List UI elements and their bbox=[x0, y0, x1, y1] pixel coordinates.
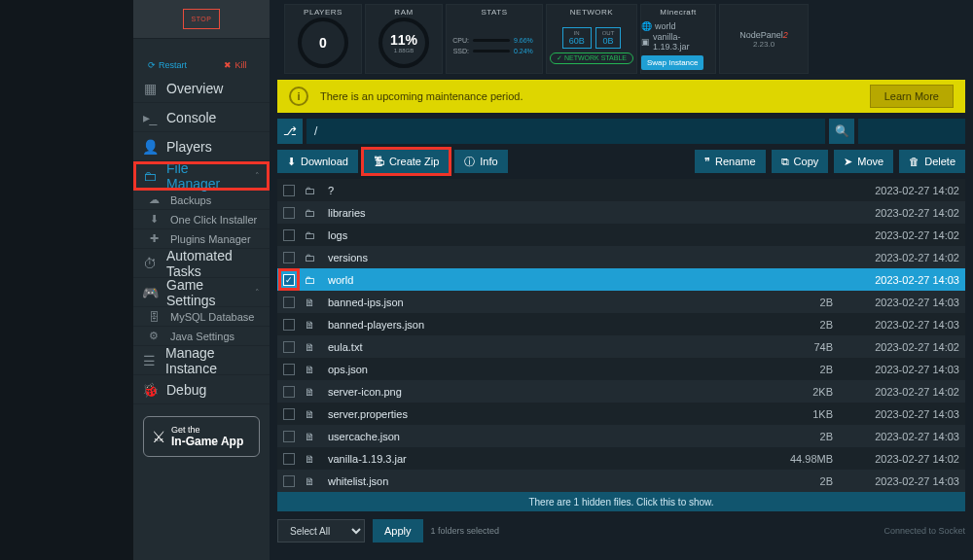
chevron-up-icon: ˄ bbox=[255, 171, 260, 181]
checkbox[interactable] bbox=[283, 207, 295, 219]
file-name: eula.txt bbox=[328, 341, 755, 353]
terminal-icon: ▸_ bbox=[143, 110, 157, 125]
download-button[interactable]: ⬇Download bbox=[277, 150, 358, 173]
folder-icon: 🗀 bbox=[305, 185, 318, 196]
nav-debug[interactable]: 🐞 Debug bbox=[133, 375, 270, 404]
nav-players[interactable]: 👤 Players bbox=[133, 132, 270, 161]
file-row[interactable]: 🗎server-icon.png2KB2023-02-27 14:02 bbox=[277, 380, 965, 402]
nav-automated[interactable]: ⏱ Automated Tasks bbox=[133, 249, 270, 278]
nav-overview[interactable]: ▦ Overview bbox=[133, 74, 270, 103]
header-stats-row: PLAYERS 0 RAM 11%1.88GB STATS CPU:9.66% … bbox=[270, 0, 973, 74]
file-size: 2KB bbox=[765, 386, 833, 398]
checkbox[interactable] bbox=[283, 319, 295, 331]
file-name: logs bbox=[328, 229, 755, 241]
globe-icon: 🌐 bbox=[641, 21, 652, 31]
info-button[interactable]: ⓘInfo bbox=[454, 150, 507, 173]
checkbox[interactable]: ✓ bbox=[283, 274, 295, 286]
checkbox[interactable] bbox=[283, 408, 295, 420]
gamepad-icon: 🎮 bbox=[143, 285, 157, 300]
kill-button[interactable]: ✖ Kill bbox=[201, 56, 270, 74]
file-date: 2023-02-27 14:02 bbox=[843, 185, 959, 196]
file-row[interactable]: ✓🗀world2023-02-27 14:03 bbox=[277, 268, 965, 291]
nav-mysql[interactable]: 🗄 MySQL Database bbox=[133, 307, 270, 327]
nav-plugins[interactable]: ✚ Plugins Manager bbox=[133, 229, 270, 249]
sidebar: STOP ⟳ Restart ✖ Kill ▦ Overview ▸_ Cons… bbox=[133, 0, 270, 560]
file-icon: 🗎 bbox=[305, 408, 318, 420]
delete-button[interactable]: 🗑Delete bbox=[899, 150, 965, 173]
file-name: versions bbox=[328, 252, 755, 263]
nav-manage-instance[interactable]: ☰ Manage Instance bbox=[133, 346, 270, 375]
file-row[interactable]: 🗎usercache.json2B2023-02-27 14:03 bbox=[277, 425, 965, 447]
file-size: 2B bbox=[765, 431, 833, 442]
rename-button[interactable]: ❞Rename bbox=[695, 150, 766, 173]
path-home-button[interactable]: ⎇ bbox=[277, 119, 303, 144]
stop-button[interactable]: STOP bbox=[183, 9, 221, 29]
file-row[interactable]: 🗀logs2023-02-27 14:02 bbox=[277, 224, 965, 246]
refresh-icon: ⟳ bbox=[148, 60, 156, 70]
create-zip-button[interactable]: 🗜Create Zip bbox=[364, 150, 449, 173]
file-row[interactable]: 🗎banned-ips.json2B2023-02-27 14:03 bbox=[277, 291, 965, 313]
learn-more-button[interactable]: Learn More bbox=[870, 85, 954, 108]
folder-icon: 🗀 bbox=[305, 207, 318, 219]
in-game-app-button[interactable]: ⚔ Get theIn-Game App bbox=[143, 416, 260, 457]
file-row[interactable]: 🗎eula.txt74B2023-02-27 14:02 bbox=[277, 335, 965, 358]
search-input[interactable] bbox=[858, 119, 965, 144]
file-row[interactable]: 🗎vanilla-1.19.3.jar44.98MB2023-02-27 14:… bbox=[277, 447, 965, 470]
gear-icon: ⚙ bbox=[147, 330, 161, 342]
file-icon: 🗎 bbox=[305, 297, 318, 308]
file-row[interactable]: 🗎banned-players.json2B2023-02-27 14:03 bbox=[277, 313, 965, 335]
move-button[interactable]: ➤Move bbox=[834, 150, 893, 173]
file-date: 2023-02-27 14:02 bbox=[843, 453, 959, 465]
info-icon: i bbox=[289, 87, 308, 106]
file-row[interactable]: 🗀libraries2023-02-27 14:02 bbox=[277, 201, 965, 224]
cube-icon: ▣ bbox=[641, 37, 650, 47]
file-name: world bbox=[328, 274, 755, 286]
swap-instance-button[interactable]: Swap Instance bbox=[641, 55, 703, 70]
selection-count: 1 folders selected bbox=[431, 526, 500, 536]
file-icon: 🗎 bbox=[305, 341, 318, 353]
file-row[interactable]: 🗎server.properties1KB2023-02-27 14:03 bbox=[277, 402, 965, 425]
bug-icon: 🐞 bbox=[143, 382, 157, 398]
apply-button[interactable]: Apply bbox=[373, 519, 423, 542]
file-date: 2023-02-27 14:03 bbox=[843, 475, 959, 487]
checkbox[interactable] bbox=[283, 386, 295, 398]
nav-game-settings[interactable]: 🎮 Game Settings ˄ bbox=[133, 278, 270, 307]
hidden-files-bar[interactable]: There are 1 hidden files. Click this to … bbox=[277, 492, 965, 511]
nav-one-click[interactable]: ⬇ One Click Installer bbox=[133, 210, 270, 229]
checkbox[interactable] bbox=[283, 297, 295, 308]
download-icon: ⬇ bbox=[147, 213, 161, 226]
nav-console[interactable]: ▸_ Console bbox=[133, 103, 270, 132]
nav-java[interactable]: ⚙ Java Settings bbox=[133, 327, 270, 346]
app-icon: ⚔ bbox=[152, 428, 165, 446]
checkbox[interactable] bbox=[283, 475, 295, 487]
file-row[interactable]: 🗀?2023-02-27 14:02 bbox=[277, 179, 965, 201]
checkbox[interactable] bbox=[283, 229, 295, 241]
search-button[interactable]: 🔍 bbox=[829, 119, 854, 144]
move-icon: ➤ bbox=[844, 156, 852, 168]
nav-backups[interactable]: ☁ Backups bbox=[133, 191, 270, 210]
stats-panel: STATS CPU:9.66% SSD:0.24% bbox=[446, 4, 543, 74]
nav-file-manager[interactable]: 🗀 File Manager ˄ bbox=[133, 161, 270, 191]
checkbox[interactable] bbox=[283, 431, 295, 442]
select-all-dropdown[interactable]: Select All bbox=[277, 519, 365, 542]
checkbox[interactable] bbox=[283, 364, 295, 375]
file-row[interactable]: 🗎ops.json2B2023-02-27 14:03 bbox=[277, 358, 965, 380]
nodepanel-version-panel: NodePanel2 2.23.0 bbox=[719, 4, 809, 74]
checkbox[interactable] bbox=[283, 341, 295, 353]
socket-status: Connected to Socket bbox=[883, 526, 965, 536]
archive-icon: 🗜 bbox=[374, 156, 384, 167]
file-name: banned-players.json bbox=[328, 319, 755, 331]
file-list: 🗀?2023-02-27 14:02🗀libraries2023-02-27 1… bbox=[277, 179, 965, 492]
file-name: server-icon.png bbox=[328, 386, 755, 398]
minecraft-panel: Minecraft 🌐world ▣vanilla-1.19.3.jar Swa… bbox=[640, 4, 716, 74]
checkbox[interactable] bbox=[283, 252, 295, 263]
path-input[interactable] bbox=[306, 119, 825, 144]
file-row[interactable]: 🗎whitelist.json2B2023-02-27 14:03 bbox=[277, 470, 965, 492]
checkbox[interactable] bbox=[283, 453, 295, 465]
file-row[interactable]: 🗀versions2023-02-27 14:02 bbox=[277, 246, 965, 268]
checkbox[interactable] bbox=[283, 185, 295, 196]
file-name: banned-ips.json bbox=[328, 297, 755, 308]
copy-button[interactable]: ⧉Copy bbox=[772, 150, 829, 173]
puzzle-icon: ✚ bbox=[147, 232, 161, 245]
restart-button[interactable]: ⟳ Restart bbox=[133, 56, 201, 74]
